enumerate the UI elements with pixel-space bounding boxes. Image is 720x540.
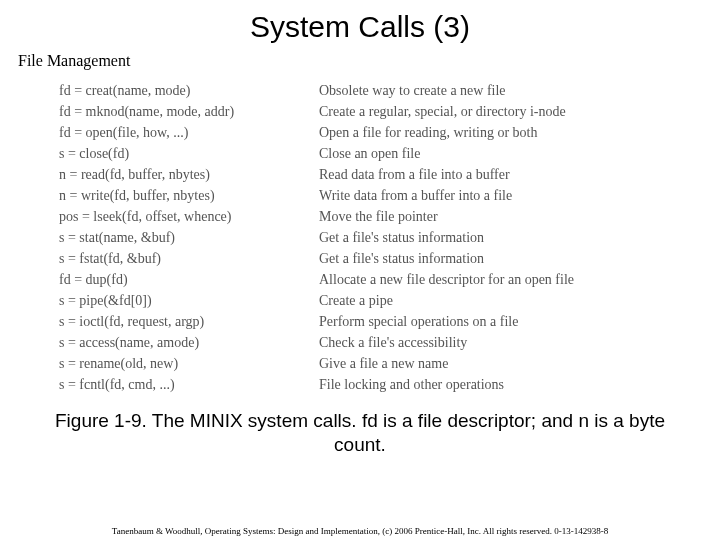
table-row: fd = mknod(name, mode, addr)Create a reg… [55, 101, 700, 122]
section-subtitle: File Management [0, 52, 720, 80]
syscall-description: Create a pipe [315, 290, 700, 311]
syscall-signature: s = rename(old, new) [55, 353, 315, 374]
table-row: pos = lseek(fd, offset, whence)Move the … [55, 206, 700, 227]
syscall-description: Close an open file [315, 143, 700, 164]
table-row: n = write(fd, buffer, nbytes)Write data … [55, 185, 700, 206]
syscall-signature: fd = open(file, how, ...) [55, 122, 315, 143]
syscall-signature: s = access(name, amode) [55, 332, 315, 353]
syscall-description: Check a file's accessibility [315, 332, 700, 353]
syscall-signature: s = pipe(&fd[0]) [55, 290, 315, 311]
syscall-description: Obsolete way to create a new file [315, 80, 700, 101]
syscall-signature: fd = mknod(name, mode, addr) [55, 101, 315, 122]
syscall-description: File locking and other operations [315, 374, 700, 395]
syscall-signature: fd = creat(name, mode) [55, 80, 315, 101]
table-row: s = pipe(&fd[0])Create a pipe [55, 290, 700, 311]
syscall-signature: n = read(fd, buffer, nbytes) [55, 164, 315, 185]
syscall-description: Give a file a new name [315, 353, 700, 374]
syscall-description: Get a file's status information [315, 248, 700, 269]
table-row: s = close(fd)Close an open file [55, 143, 700, 164]
syscall-description: Write data from a buffer into a file [315, 185, 700, 206]
syscall-signature: n = write(fd, buffer, nbytes) [55, 185, 315, 206]
syscall-description: Allocate a new file descriptor for an op… [315, 269, 700, 290]
table-row: fd = dup(fd)Allocate a new file descript… [55, 269, 700, 290]
table-row: s = fcntl(fd, cmd, ...)File locking and … [55, 374, 700, 395]
page-title: System Calls (3) [0, 0, 720, 52]
syscall-description: Get a file's status information [315, 227, 700, 248]
table-row: s = rename(old, new)Give a file a new na… [55, 353, 700, 374]
syscall-table-wrap: fd = creat(name, mode)Obsolete way to cr… [0, 80, 720, 395]
syscall-table: fd = creat(name, mode)Obsolete way to cr… [55, 80, 700, 395]
syscall-signature: s = stat(name, &buf) [55, 227, 315, 248]
table-row: s = stat(name, &buf)Get a file's status … [55, 227, 700, 248]
syscall-description: Perform special operations on a file [315, 311, 700, 332]
table-row: s = ioctl(fd, request, argp)Perform spec… [55, 311, 700, 332]
syscall-description: Create a regular, special, or directory … [315, 101, 700, 122]
syscall-signature: s = fcntl(fd, cmd, ...) [55, 374, 315, 395]
copyright-line: Tanenbaum & Woodhull, Operating Systems:… [0, 526, 720, 536]
table-row: n = read(fd, buffer, nbytes)Read data fr… [55, 164, 700, 185]
figure-caption: Figure 1-9. The MINIX system calls. fd i… [0, 395, 720, 457]
syscall-signature: s = fstat(fd, &buf) [55, 248, 315, 269]
syscall-signature: fd = dup(fd) [55, 269, 315, 290]
table-row: fd = open(file, how, ...)Open a file for… [55, 122, 700, 143]
table-row: s = fstat(fd, &buf)Get a file's status i… [55, 248, 700, 269]
syscall-description: Read data from a file into a buffer [315, 164, 700, 185]
syscall-signature: s = close(fd) [55, 143, 315, 164]
syscall-description: Open a file for reading, writing or both [315, 122, 700, 143]
table-row: s = access(name, amode)Check a file's ac… [55, 332, 700, 353]
syscall-signature: pos = lseek(fd, offset, whence) [55, 206, 315, 227]
table-row: fd = creat(name, mode)Obsolete way to cr… [55, 80, 700, 101]
syscall-signature: s = ioctl(fd, request, argp) [55, 311, 315, 332]
syscall-description: Move the file pointer [315, 206, 700, 227]
